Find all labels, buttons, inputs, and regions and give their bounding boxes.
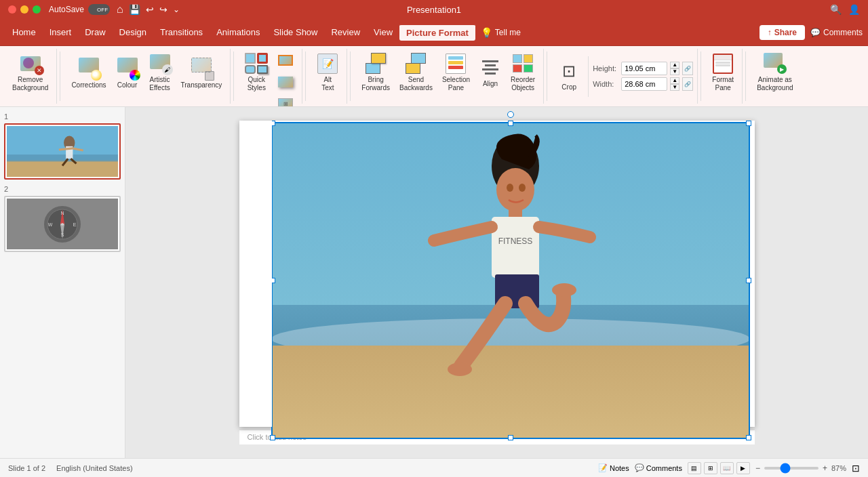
- width-down-button[interactable]: ▼: [670, 84, 679, 91]
- dimension-inputs: Height: ▲ ▼ 🔗 Width: ▲ ▼ 🔗: [593, 62, 693, 91]
- quick-styles-label: QuickStyles: [248, 76, 266, 92]
- account-icon[interactable]: 👤: [848, 4, 860, 15]
- menu-picture-format[interactable]: Picture Format: [399, 24, 475, 41]
- undo-icon[interactable]: ↩: [146, 4, 154, 15]
- remove-background-button[interactable]: ✕ RemoveBackground: [8, 50, 52, 95]
- menu-review[interactable]: Review: [324, 24, 367, 40]
- height-up-button[interactable]: ▲: [670, 62, 679, 68]
- menu-draw[interactable]: Draw: [78, 24, 112, 40]
- menu-transitions[interactable]: Transitions: [153, 24, 210, 40]
- alt-text-button[interactable]: 📝 AltText: [313, 50, 342, 95]
- quick-styles-button[interactable]: QuickStyles: [241, 50, 272, 95]
- autosave-area: AutoSave: [49, 4, 110, 15]
- redo-icon[interactable]: ↪: [159, 4, 167, 15]
- svg-text:E: E: [73, 222, 77, 227]
- format-pane-items: FormatPane: [708, 50, 738, 102]
- slide-panel: 1: [0, 107, 125, 458]
- adjust-items: Corrections Colour 🖌 ArtisticEffects: [67, 50, 226, 102]
- slide-sorter-button[interactable]: ⊞: [704, 462, 717, 474]
- tell-me-label[interactable]: Tell me: [495, 28, 521, 37]
- canvas-area[interactable]: FITNESS: [125, 107, 868, 458]
- bring-forwards-button[interactable]: BringForwards: [357, 50, 394, 95]
- corrections-button[interactable]: Corrections: [67, 50, 110, 95]
- menu-slideshow[interactable]: Slide Show: [267, 24, 324, 40]
- menu-insert[interactable]: Insert: [43, 24, 79, 40]
- corrections-label: Corrections: [71, 81, 106, 89]
- bring-forwards-label: BringForwards: [361, 76, 390, 92]
- notes-button[interactable]: 📝 Notes: [598, 463, 629, 472]
- transparency-button[interactable]: Transparency: [177, 50, 226, 95]
- zoom-slider[interactable]: [764, 467, 818, 470]
- send-backwards-button[interactable]: SendBackwards: [395, 50, 437, 95]
- height-row: Height: ▲ ▼ 🔗: [593, 62, 693, 75]
- close-button[interactable]: [8, 5, 16, 14]
- zoom-in-icon[interactable]: +: [823, 463, 827, 473]
- svg-point-31: [519, 184, 526, 192]
- slide-canvas: FITNESS: [239, 121, 755, 427]
- svg-rect-21: [271, 346, 750, 439]
- crop-label: Crop: [561, 83, 576, 91]
- svg-text:N: N: [60, 211, 64, 215]
- slide-1-container: 1: [4, 112, 121, 180]
- home-icon[interactable]: ⌂: [117, 3, 123, 16]
- align-button[interactable]: Align: [475, 50, 505, 95]
- bulb-icon: 💡: [481, 27, 492, 38]
- save-icon[interactable]: 💾: [129, 4, 140, 15]
- selection-pane-label: SelectionPane: [442, 76, 470, 92]
- remove-bg-items: ✕ RemoveBackground: [8, 50, 52, 102]
- slide-image[interactable]: FITNESS: [271, 122, 750, 439]
- crop-button[interactable]: ⊡ Crop: [554, 54, 584, 99]
- selection-pane-button[interactable]: SelectionPane: [438, 50, 474, 95]
- reading-view-button[interactable]: 📖: [720, 462, 734, 474]
- menu-animations[interactable]: Animations: [210, 24, 267, 40]
- height-down-button[interactable]: ▼: [670, 68, 679, 75]
- remove-bg-label: RemoveBackground: [12, 76, 48, 92]
- slide-2-number: 2: [4, 185, 121, 193]
- svg-point-23: [496, 168, 534, 211]
- height-lock-button[interactable]: 🔗: [682, 62, 693, 75]
- picture-border-button[interactable]: [273, 50, 298, 70]
- slide-1-thumbnail[interactable]: [4, 123, 121, 180]
- slide-2-container: 2 N S W: [4, 185, 121, 252]
- artistic-effects-button[interactable]: 🖌 ArtisticEffects: [144, 50, 176, 95]
- width-up-button[interactable]: ▲: [670, 77, 679, 84]
- animate-as-background-button[interactable]: ▶ Animate asBackground: [753, 50, 797, 95]
- format-pane-button[interactable]: FormatPane: [708, 50, 738, 95]
- slide-1-bg: [7, 126, 118, 177]
- more-icon[interactable]: ⌄: [173, 5, 180, 14]
- zoom-out-icon[interactable]: −: [755, 463, 760, 473]
- picture-layout-button[interactable]: ⊞: [273, 94, 298, 107]
- share-button[interactable]: ↑ Share: [760, 25, 805, 40]
- statusbar: Slide 1 of 2 English (United States) 📝 N…: [0, 458, 868, 477]
- slide-2-bg: N S W E: [7, 199, 118, 249]
- height-input[interactable]: [621, 62, 667, 75]
- rotate-handle[interactable]: [507, 111, 514, 118]
- width-input[interactable]: [621, 77, 667, 91]
- colour-button[interactable]: Colour: [112, 50, 143, 95]
- search-icon[interactable]: 🔍: [830, 4, 842, 15]
- window-title: Presentation1: [407, 5, 461, 15]
- minimize-button[interactable]: [20, 5, 28, 14]
- menu-home[interactable]: Home: [5, 24, 43, 40]
- share-icon: ↑: [768, 28, 772, 37]
- tell-me-area: 💡 Tell me: [475, 24, 526, 41]
- picture-effects-button[interactable]: [273, 72, 298, 92]
- slideshow-view-button[interactable]: ▶: [736, 462, 750, 474]
- menu-design[interactable]: Design: [113, 24, 153, 40]
- ribbon-group-remove-bg: ✕ RemoveBackground: [4, 49, 57, 104]
- reorder-objects-button[interactable]: ReorderObjects: [507, 50, 539, 95]
- maximize-button[interactable]: [33, 5, 41, 14]
- statusbar-right: 📝 Notes 💬 Comments ▤ ⊞ 📖 ▶ − + 87% ⊡: [598, 462, 860, 474]
- svg-text:W: W: [48, 222, 53, 227]
- comments-button[interactable]: 💬 Comments: [810, 28, 863, 37]
- menu-view[interactable]: View: [367, 24, 399, 40]
- autosave-toggle[interactable]: [88, 4, 110, 15]
- normal-view-button[interactable]: ▤: [688, 462, 701, 474]
- svg-point-29: [552, 283, 576, 297]
- statusbar-comments-button[interactable]: 💬 Comments: [635, 463, 682, 472]
- size-items: ⊡ Crop Height: ▲ ▼ 🔗 Width:: [554, 50, 693, 102]
- width-lock-button[interactable]: 🔗: [682, 77, 693, 91]
- height-label: Height:: [593, 64, 618, 72]
- fit-slide-button[interactable]: ⊡: [852, 463, 860, 474]
- slide-2-thumbnail[interactable]: N S W E: [4, 196, 121, 252]
